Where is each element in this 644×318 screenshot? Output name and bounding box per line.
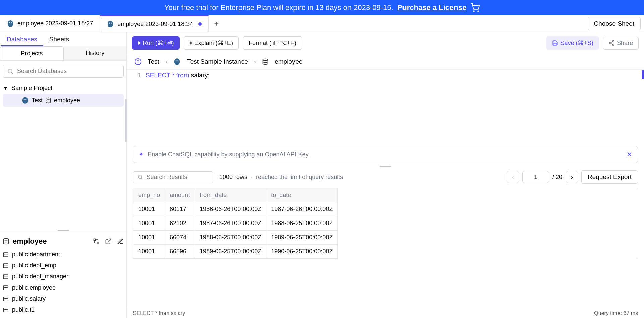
footer-query: SELECT * from salary <box>133 310 185 316</box>
save-button[interactable]: Save (⌘+S) <box>546 36 599 50</box>
sparkle-icon: ✦ <box>139 151 144 158</box>
svg-point-36 <box>612 41 614 42</box>
chevron-right-icon: › <box>254 58 256 65</box>
next-page-button[interactable]: › <box>566 171 578 183</box>
tab-sheets[interactable]: Sheets <box>43 32 75 46</box>
prev-page-button[interactable]: ‹ <box>507 171 519 183</box>
search-results[interactable] <box>133 171 213 183</box>
scroll-thumb[interactable] <box>642 70 644 79</box>
chevron-right-icon: › <box>165 58 167 65</box>
cell: 10001 <box>133 245 165 259</box>
results-info: 1000 rows-reached the limit of query res… <box>219 174 343 181</box>
col-header[interactable]: emp_no <box>133 188 165 202</box>
table-row[interactable]: 10001621021987-06-26T00:00:00Z1988-06-25… <box>133 216 338 231</box>
tab-history[interactable]: History <box>64 46 127 60</box>
share-label: Share <box>617 40 633 47</box>
svg-rect-21 <box>3 264 8 268</box>
export-button[interactable]: Request Export <box>581 170 638 184</box>
purchase-link[interactable]: Purchase a License <box>397 3 466 12</box>
svg-point-11 <box>24 99 25 100</box>
svg-point-5 <box>108 21 113 27</box>
db-label: employee <box>54 97 80 104</box>
svg-point-43 <box>138 60 138 61</box>
pager: ‹ / 20 › Request Export <box>507 170 638 184</box>
col-header[interactable]: from_date <box>195 188 266 202</box>
bc-instance[interactable]: Test Sample Instance <box>187 58 248 65</box>
table-row[interactable]: public.salary <box>3 293 124 304</box>
chatsql-banner[interactable]: ✦ Enable ChatSQL capability by supplying… <box>133 146 638 163</box>
svg-point-48 <box>138 175 142 178</box>
svg-point-6 <box>109 22 110 24</box>
share-button[interactable]: Share <box>603 37 639 50</box>
run-button[interactable]: Run (⌘+⏎) <box>132 36 180 50</box>
sheet-tab-0[interactable]: employee 2023-09-01 18:27 <box>0 15 100 32</box>
bc-database[interactable]: employee <box>275 58 302 65</box>
tab-databases[interactable]: Databases <box>1 32 43 46</box>
bc-project[interactable]: Test <box>148 58 159 65</box>
row-count: 1000 rows <box>219 174 247 180</box>
table-row[interactable]: public.dept_emp <box>3 260 124 271</box>
format-button[interactable]: Format (⇧+⌥+F) <box>243 36 302 50</box>
cell: 10001 <box>133 216 165 231</box>
table-row[interactable]: 10001665961989-06-25T00:00:00Z1990-06-25… <box>133 245 338 259</box>
col-header[interactable]: to_date <box>266 188 338 202</box>
explain-button[interactable]: Explain (⌘+E) <box>184 36 239 50</box>
save-icon <box>552 40 558 46</box>
database-node[interactable]: Test employee <box>3 94 124 107</box>
table-row[interactable]: public.department <box>3 249 124 260</box>
explain-label: Explain (⌘+E) <box>194 39 233 47</box>
horizontal-resize-handle[interactable] <box>127 164 644 168</box>
close-icon[interactable]: ✕ <box>627 150 632 158</box>
svg-rect-30 <box>3 297 8 301</box>
limit-text: reached the limit of query results <box>256 174 343 180</box>
svg-point-38 <box>612 44 614 46</box>
table-name: public.salary <box>12 295 46 302</box>
query-time: Query time: 67 ms <box>594 310 638 316</box>
svg-point-46 <box>178 60 179 61</box>
panel-resize-handle[interactable] <box>125 99 127 142</box>
svg-point-1 <box>478 11 478 11</box>
choose-sheet-button[interactable]: Choose Sheet <box>588 17 641 30</box>
edit-icon[interactable] <box>117 238 124 245</box>
table-icon <box>3 307 9 313</box>
table-icon <box>3 263 9 269</box>
search-databases[interactable] <box>3 65 124 78</box>
external-link-icon[interactable] <box>105 238 112 245</box>
info-icon[interactable] <box>134 58 142 65</box>
cell: 1989-06-25T00:00:00Z <box>195 245 266 259</box>
svg-line-17 <box>108 239 111 242</box>
cell: 10001 <box>133 231 165 245</box>
sheet-tab-1[interactable]: employee 2023-09-01 18:34 <box>100 15 209 32</box>
svg-rect-16 <box>97 242 99 244</box>
sql-editor[interactable]: 1 SELECT * from salary; <box>127 70 644 143</box>
add-tab-button[interactable]: + <box>209 15 224 32</box>
table-icon <box>3 252 9 258</box>
svg-point-10 <box>22 97 28 104</box>
page-input[interactable] <box>522 171 549 183</box>
postgres-icon <box>21 97 29 104</box>
table-name: public.t1 <box>12 306 35 313</box>
table-row[interactable]: public.t1 <box>3 304 124 315</box>
svg-rect-33 <box>3 308 8 312</box>
keyword: SELECT <box>146 72 170 79</box>
search-databases-input[interactable] <box>17 68 119 75</box>
tab-projects[interactable]: Projects <box>0 46 64 60</box>
vertical-resize-handle[interactable] <box>0 228 126 232</box>
sidebar-main-tabs: Databases Sheets <box>0 32 126 46</box>
cell: 1987-06-26T00:00:00Z <box>195 216 266 231</box>
sidebar-sub-tabs: Projects History <box>0 46 126 61</box>
table-row[interactable]: public.employee <box>3 282 124 293</box>
table-row[interactable]: 10001601171986-06-26T00:00:00Z1987-06-26… <box>133 202 338 216</box>
table-row[interactable]: public.dept_manager <box>3 271 124 282</box>
play-icon <box>138 41 141 45</box>
chatsql-text: Enable ChatSQL capability by supplying a… <box>148 151 310 158</box>
table-row[interactable]: 10001660741988-06-25T00:00:00Z1989-06-25… <box>133 231 338 245</box>
play-icon <box>190 41 192 45</box>
schema-diagram-icon[interactable] <box>93 238 100 245</box>
search-results-input[interactable] <box>146 174 209 181</box>
svg-point-7 <box>111 22 112 24</box>
database-icon <box>45 97 51 103</box>
project-node[interactable]: ▾ Sample Project <box>3 82 124 94</box>
col-header[interactable]: amount <box>165 188 195 202</box>
svg-point-8 <box>8 69 12 73</box>
